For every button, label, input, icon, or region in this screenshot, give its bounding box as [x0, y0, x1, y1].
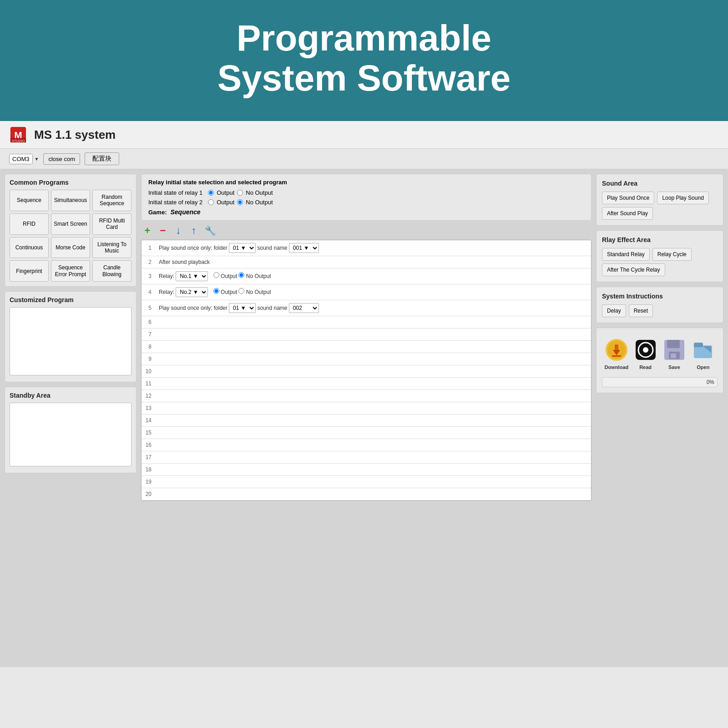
output-label: Output [221, 289, 237, 295]
program-toolbar: + − ↓ ↑ 🔧 [141, 224, 592, 237]
right-panel: Sound Area Play Sound Once Loop Play Sou… [596, 174, 723, 501]
row-content [155, 378, 591, 390]
download-icon [605, 338, 628, 362]
btn-loop-play-sound[interactable]: Loop Play Sound [657, 192, 708, 204]
main-layout: Common Programs Sequence Simultaneous Ra… [0, 169, 728, 506]
btn-listening-to-music[interactable]: Listening To Music [92, 237, 131, 258]
row-content [155, 415, 591, 427]
output-radio[interactable] [213, 288, 219, 294]
remove-row-button[interactable]: − [157, 224, 169, 237]
app-title: MS 1.1 system [34, 128, 116, 142]
relay-effect-buttons: Standard Relay Relay Cycle After The Cyc… [602, 248, 718, 276]
btn-after-the-cycle-relay[interactable]: After The Cycle Relay [602, 263, 665, 276]
download-label: Download [605, 364, 629, 370]
read-action[interactable]: Read [634, 338, 657, 370]
row-number: 17 [142, 451, 155, 464]
relay1-output-group: Output No Output [208, 189, 273, 196]
no-output-label: No Output [246, 273, 271, 279]
btn-sequence-error-prompt[interactable]: Sequence Error Prompt [51, 260, 90, 282]
standby-area-section: Standby Area [5, 387, 136, 473]
game-label: Game: [148, 209, 167, 216]
left-panel: Common Programs Sequence Simultaneous Ra… [5, 174, 136, 501]
relay1-no-output-label: No Output [246, 189, 273, 196]
move-down-button[interactable]: ↓ [172, 224, 185, 237]
table-row: 8 [142, 341, 591, 353]
com-dropdown[interactable]: COM3 [9, 154, 33, 164]
customized-program-section: Customized Program [5, 291, 136, 382]
output-radio[interactable] [213, 272, 219, 278]
customized-program-textarea[interactable] [10, 307, 131, 375]
action-icons-section: Download Read [596, 328, 723, 393]
folder-select[interactable]: 01 ▼ 02 [229, 243, 256, 253]
save-action[interactable]: Save [662, 338, 686, 370]
row-content [155, 341, 591, 353]
svg-rect-17 [694, 343, 703, 347]
relay-label: Relay: [159, 289, 176, 295]
btn-smart-screen[interactable]: Smart Screen [51, 213, 90, 235]
row-number: 5 [142, 300, 155, 316]
open-action[interactable]: Open [691, 338, 715, 370]
btn-delay[interactable]: Delay [602, 304, 626, 317]
relay2-output-group: Output No Output [208, 199, 273, 206]
table-row: 16 [142, 439, 591, 451]
btn-candle-blowing[interactable]: Candle Blowing [92, 260, 131, 282]
row-number: 2 [142, 256, 155, 268]
no-output-radio[interactable] [238, 272, 244, 278]
relay-effect-title: Rlay Effect Area [602, 236, 718, 243]
table-row: 9 [142, 353, 591, 365]
row-number: 7 [142, 329, 155, 341]
relay1-output-radio[interactable] [208, 190, 214, 196]
table-row: 15 [142, 427, 591, 439]
relay1-no-output-radio[interactable] [237, 190, 243, 196]
relay-num-select[interactable]: No.1 No.2 ▼ [176, 287, 208, 297]
sound-select[interactable]: 001 ▼ 002 [289, 303, 319, 313]
btn-simultaneous[interactable]: Simultaneous [51, 190, 90, 211]
move-up-button[interactable]: ↑ [187, 224, 200, 237]
row-content [155, 427, 591, 439]
add-row-button[interactable]: + [141, 224, 154, 237]
download-action[interactable]: Download [605, 338, 629, 370]
btn-sequence[interactable]: Sequence [10, 190, 49, 211]
relay-num-select[interactable]: No.1 ▼ No.2 [176, 271, 208, 281]
row-number: 3 [142, 268, 155, 284]
relay2-output-radio[interactable] [208, 199, 214, 205]
btn-standard-relay[interactable]: Standard Relay [602, 248, 650, 261]
btn-random-sequence[interactable]: Random Sequence [92, 190, 131, 211]
btn-after-sound-play[interactable]: After Sound Play [602, 207, 653, 220]
relay2-no-output-radio[interactable] [237, 199, 243, 205]
table-row: 2After sound playback [142, 256, 591, 268]
svg-text:STUDIO: STUDIO [12, 139, 25, 143]
standby-area-title: Standby Area [10, 392, 131, 399]
row-content [155, 464, 591, 476]
com-dropdown-arrow[interactable]: ▼ [35, 157, 39, 162]
no-output-radio[interactable] [238, 288, 244, 294]
row-content: Relay: No.1 No.2 ▼ Output No Output [155, 284, 591, 300]
common-programs-section: Common Programs Sequence Simultaneous Ra… [5, 174, 136, 287]
btn-morse-code[interactable]: Morse Code [51, 237, 90, 258]
btn-continuous[interactable]: Continuous [10, 237, 49, 258]
system-instructions-section: System Instructions Delay Reset [596, 287, 723, 323]
row-number: 8 [142, 341, 155, 353]
row-number: 13 [142, 402, 155, 415]
btn-relay-cycle[interactable]: Relay Cycle [652, 248, 692, 261]
btn-rfid[interactable]: RFID [10, 213, 49, 235]
app-logo: M STUDIO [9, 126, 27, 144]
svg-rect-6 [615, 344, 618, 351]
btn-reset[interactable]: Reset [629, 304, 653, 317]
standby-area-textarea[interactable] [10, 403, 131, 466]
table-row: 4 Relay: No.1 No.2 ▼ Output No Output [142, 284, 591, 300]
progress-bar-container: 0% [602, 377, 718, 387]
relay-selection-section: Relay initial state selection and select… [141, 174, 592, 221]
com-select[interactable]: COM3 ▼ [9, 154, 39, 164]
relay-label: Relay: [159, 273, 176, 279]
relay2-label: Initial state of relay 2 [148, 199, 202, 206]
btn-play-sound-once[interactable]: Play Sound Once [602, 192, 654, 204]
config-block-button[interactable]: 配置块 [85, 152, 119, 165]
btn-fingerprint[interactable]: Fingerprint [10, 260, 49, 282]
close-com-button[interactable]: close com [43, 153, 80, 165]
sound-select[interactable]: 001 ▼ 002 [289, 243, 319, 253]
customized-program-title: Customized Program [10, 296, 131, 303]
save-icon [662, 338, 686, 362]
btn-rfid-multi-card[interactable]: RFID Multi Card [92, 213, 131, 235]
folder-select[interactable]: 01 ▼ 02 [229, 303, 256, 313]
